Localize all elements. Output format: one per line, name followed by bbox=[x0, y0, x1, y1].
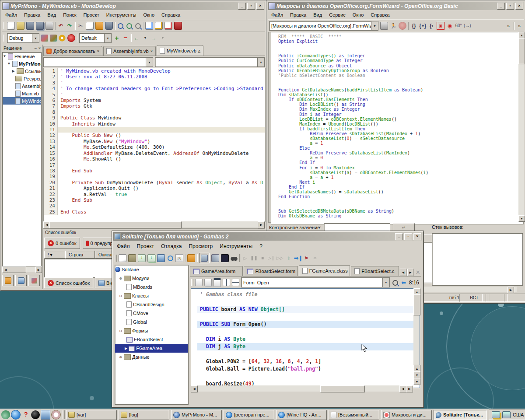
clock-icon[interactable] bbox=[51, 410, 61, 420]
gambas-titlebar[interactable]: Solitaire [Только для чтения] - Gambas 2… bbox=[113, 232, 422, 241]
pause-icon[interactable]: ❚❚ bbox=[250, 255, 257, 262]
tree-item-fboardselect[interactable]: FBoardSelect bbox=[115, 335, 188, 344]
main-menu-foot-icon[interactable] bbox=[1, 410, 10, 419]
tree-item-project[interactable]: Solitaire bbox=[115, 265, 188, 274]
copy-icon[interactable] bbox=[86, 22, 94, 30]
code-editor[interactable]: 1' MyWindow.vb created with MonoDevelop2… bbox=[43, 68, 266, 222]
make-executable-icon[interactable] bbox=[187, 254, 195, 262]
tree-item-global[interactable]: Global bbox=[115, 318, 188, 326]
class-combo[interactable]: ▼ bbox=[43, 57, 153, 67]
menu-view[interactable]: Вид bbox=[310, 11, 326, 19]
tree-item-main[interactable]: Main.vb bbox=[3, 90, 41, 97]
tab-assemblyinfo[interactable]: AssemblyInfo.vb× bbox=[103, 46, 156, 56]
column-line[interactable]: Строка bbox=[65, 251, 95, 259]
menu-project[interactable]: Проект bbox=[80, 11, 103, 19]
new-project-icon[interactable] bbox=[145, 22, 153, 30]
task-log[interactable]: [log] bbox=[119, 410, 169, 420]
tab-fboardselect-class[interactable]: FBoardSelect.c bbox=[351, 266, 399, 276]
minimize-button[interactable]: _ bbox=[497, 3, 505, 10]
console-icon[interactable] bbox=[221, 254, 229, 262]
refresh-icon[interactable] bbox=[167, 255, 174, 262]
new-icon[interactable] bbox=[119, 254, 126, 262]
print-icon[interactable] bbox=[46, 22, 53, 30]
pad-close-icon[interactable]: × bbox=[38, 46, 41, 50]
menu-view[interactable]: Просмотр bbox=[185, 242, 216, 251]
back-history-chevron-icon[interactable]: ▼ bbox=[142, 35, 149, 42]
close-tab-icon[interactable]: × bbox=[198, 49, 200, 53]
menu-tools[interactable]: Инструменты bbox=[216, 242, 256, 251]
menu-file[interactable]: Файл bbox=[113, 242, 133, 251]
layout-combo[interactable]: Default▼ bbox=[79, 33, 112, 43]
add-file-icon[interactable] bbox=[155, 22, 163, 30]
tree-item-cmove[interactable]: CMove bbox=[115, 309, 188, 318]
stop-icon[interactable] bbox=[67, 34, 75, 42]
toolbar-overflow-icon[interactable]: »▾ bbox=[505, 22, 512, 29]
configuration-combo[interactable]: Debug▼ bbox=[7, 33, 39, 43]
globe-cursor-icon[interactable] bbox=[11, 410, 21, 420]
maximize-button[interactable]: ▫ bbox=[506, 3, 514, 10]
menu-file[interactable]: Файл bbox=[2, 11, 21, 19]
scroll-left2-icon[interactable]: ◀ bbox=[399, 385, 406, 392]
step-icon[interactable]: ▷❙ bbox=[268, 255, 275, 262]
undo-icon[interactable]: ↶ bbox=[57, 22, 64, 29]
save-icon[interactable] bbox=[138, 254, 146, 262]
scroll-right-icon[interactable]: ▶ bbox=[35, 266, 42, 273]
rebuild-icon[interactable] bbox=[50, 35, 57, 42]
task-macros[interactable]: Макросы и ди... bbox=[381, 410, 432, 420]
run-icon[interactable]: 🏃 bbox=[390, 22, 397, 29]
menu-file[interactable]: Файл bbox=[268, 11, 287, 19]
errors-filter-button[interactable]: × 0 ошибок bbox=[44, 238, 80, 249]
stop-icon[interactable] bbox=[399, 22, 406, 30]
chevron-down-icon[interactable]: ▼ bbox=[371, 21, 378, 30]
editor-h-scrollbar[interactable]: ◀ ▶ bbox=[43, 221, 265, 228]
basic-v-scrollbar[interactable]: ▲ ▼ bbox=[518, 32, 524, 222]
save-all-icon[interactable] bbox=[147, 254, 155, 262]
menu-view[interactable]: Вид bbox=[44, 11, 60, 19]
member-combo[interactable]: ▼ bbox=[155, 57, 265, 67]
menu-search[interactable]: Поиск bbox=[60, 11, 80, 19]
chevron-down-icon[interactable]: ▼ bbox=[257, 58, 264, 66]
screens-lock-icon[interactable] bbox=[492, 411, 500, 418]
tree-item-assemblyinfo[interactable]: AssemblyInfo.vb bbox=[3, 82, 41, 90]
menu-tools[interactable]: Сервис bbox=[326, 11, 349, 19]
help-book-icon[interactable] bbox=[174, 22, 182, 30]
menu-edit[interactable]: Правка bbox=[21, 11, 44, 19]
properties-icon[interactable] bbox=[211, 254, 219, 262]
save-all-icon[interactable] bbox=[36, 22, 44, 30]
close-tab-icon[interactable]: × bbox=[97, 49, 99, 53]
scroll-up-icon[interactable]: ▲ bbox=[518, 32, 525, 38]
task-monodevelop[interactable]: MyPrMono - M... bbox=[171, 410, 222, 420]
breakpoint-icon[interactable]: ▣ bbox=[437, 22, 444, 30]
solution-tree[interactable]: ▼Решение ▼MyPrMono ▶Ссылки Ресурсы Assem… bbox=[2, 52, 42, 266]
watch-glasses-icon[interactable]: ∞ bbox=[312, 255, 318, 262]
menu-help[interactable]: Справка bbox=[158, 11, 184, 19]
pad-button-files[interactable] bbox=[2, 275, 14, 286]
question-icon[interactable]: ? bbox=[21, 410, 30, 419]
delete-icon[interactable] bbox=[105, 22, 113, 30]
tab-close-icon[interactable]: ✕ bbox=[414, 269, 421, 276]
add-layout-icon[interactable]: + bbox=[113, 35, 120, 42]
maximize-view-icon[interactable] bbox=[214, 278, 221, 287]
minimize-button[interactable]: _ bbox=[238, 3, 246, 10]
navigate-forward-icon[interactable]: → bbox=[150, 35, 158, 42]
open-document-icon[interactable] bbox=[17, 22, 24, 30]
status-insert-mode[interactable]: ВСТ bbox=[459, 294, 489, 302]
task-restoran[interactable]: [ресторан пре... bbox=[224, 410, 274, 420]
maximize-button[interactable]: ▫ bbox=[404, 233, 412, 240]
chevron-down-icon[interactable]: ▼ bbox=[32, 34, 39, 42]
scroll-down2-icon[interactable]: ▼ bbox=[413, 371, 420, 378]
openoffice-titlebar[interactable]: Макросы и диалоги OpenOffice.org.FormWiz… bbox=[268, 2, 524, 10]
tab-welcome[interactable]: Добро пожаловать× bbox=[43, 46, 102, 56]
scroll-down-icon[interactable]: ▼ bbox=[518, 215, 525, 222]
build-icon[interactable] bbox=[41, 35, 48, 42]
tab-mywindow[interactable]: MyWindow.vb× bbox=[157, 45, 203, 56]
opera-sphere-icon[interactable] bbox=[31, 410, 40, 419]
image-editor-button[interactable] bbox=[199, 253, 210, 263]
export-icon[interactable] bbox=[157, 254, 165, 262]
new-document-icon[interactable] bbox=[7, 22, 15, 30]
close-button[interactable]: × bbox=[515, 3, 523, 10]
save-icon[interactable] bbox=[26, 22, 34, 30]
tree-item-references[interactable]: ▶Ссылки bbox=[3, 67, 41, 75]
chevron-down-icon[interactable]: ▼ bbox=[146, 58, 153, 66]
basic-code-editor[interactable]: REM ***** BASIC *****Option Explicit Pub… bbox=[271, 32, 524, 224]
